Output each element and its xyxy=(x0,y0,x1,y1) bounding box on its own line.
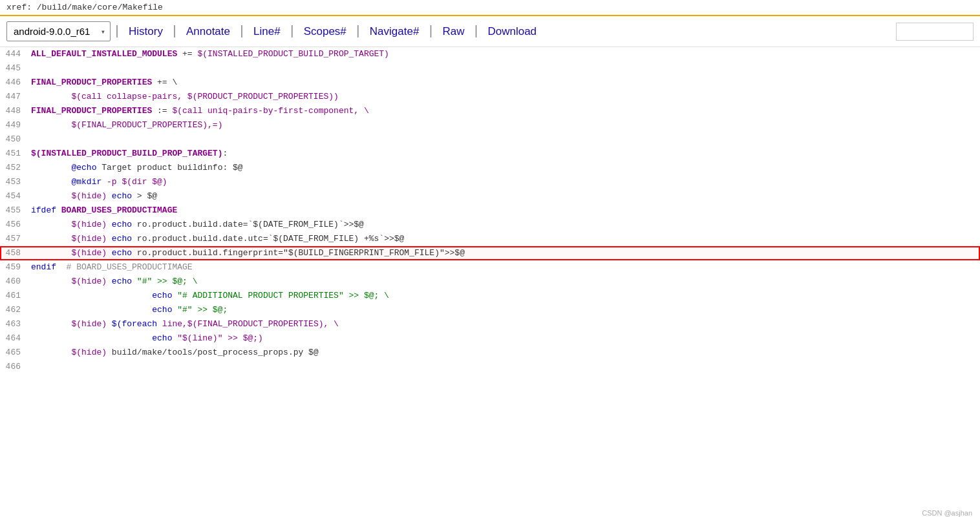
line-number: 445 xyxy=(0,61,31,76)
line-content: $(hide) echo ro.product.build.date=`$(DA… xyxy=(31,218,980,232)
line-number: 451 xyxy=(0,147,31,161)
line-number: 447 xyxy=(0,90,31,104)
history-link[interactable]: History xyxy=(123,23,168,41)
line-number: 466 xyxy=(0,360,31,374)
line-content: $(hide) build/make/tools/post_process_pr… xyxy=(31,346,980,360)
line-number: 462 xyxy=(0,303,31,317)
table-row: 449 $(FINAL_PRODUCT_PROPERTIES),=) xyxy=(0,118,980,132)
line-content: @mkdir -p $(dir $@) xyxy=(31,175,980,189)
scopes-link[interactable]: Scopes# xyxy=(299,23,352,41)
line-content: ALL_DEFAULT_INSTALLED_MODULES += $(INSTA… xyxy=(31,47,980,61)
search-input[interactable] xyxy=(896,23,974,41)
table-row: 457 $(hide) echo ro.product.build.date.u… xyxy=(0,232,980,246)
table-row: 447 $(call collapse-pairs, $(PRODUCT_PRO… xyxy=(0,90,980,104)
table-row: 445 xyxy=(0,61,980,76)
separator-1: | xyxy=(113,24,121,39)
version-select-wrapper[interactable]: android-9.0.0_r61 ▾ xyxy=(6,21,111,41)
breadcrumb-bar: xref: /build/make/core/Makefile xyxy=(0,0,980,16)
table-row: 464 echo "$(line)" >> $@;) xyxy=(0,331,980,346)
separator-4: | xyxy=(288,24,296,39)
line-content: echo "#" >> $@; xyxy=(31,303,980,317)
line-number: 453 xyxy=(0,175,31,189)
table-row: 444ALL_DEFAULT_INSTALLED_MODULES += $(IN… xyxy=(0,47,980,61)
separator-6: | xyxy=(427,24,434,39)
line-number: 444 xyxy=(0,47,31,61)
line-content: endif # BOARD_USES_PRODUCTIMAGE xyxy=(31,260,980,275)
line-content: $(hide) $(foreach line,$(FINAL_PRODUCT_P… xyxy=(31,317,980,331)
line-number: 460 xyxy=(0,275,31,289)
line-content: ifdef BOARD_USES_PRODUCTIMAGE xyxy=(31,204,980,218)
line-content: $(INSTALLED_PRODUCT_BUILD_PROP_TARGET): xyxy=(31,147,980,161)
line-content: $(FINAL_PRODUCT_PROPERTIES),=) xyxy=(31,118,980,132)
table-row: 454 $(hide) echo > $@ xyxy=(0,189,980,204)
line-number: 446 xyxy=(0,76,31,90)
line-number: 455 xyxy=(0,204,31,218)
line-content xyxy=(31,61,980,76)
line-number: 456 xyxy=(0,218,31,232)
annotate-link[interactable]: Annotate xyxy=(181,23,235,41)
table-row: 465 $(hide) build/make/tools/post_proces… xyxy=(0,346,980,360)
raw-link[interactable]: Raw xyxy=(437,23,469,41)
table-row: 452 @echo Target product buildinfo: $@ xyxy=(0,161,980,175)
line-content xyxy=(31,132,980,147)
navigate-link[interactable]: Navigate# xyxy=(365,23,425,41)
separator-2: | xyxy=(171,24,178,39)
table-row: 448FINAL_PRODUCT_PROPERTIES := $(call un… xyxy=(0,104,980,118)
line-content: $(hide) echo ro.product.build.fingerprin… xyxy=(31,246,980,260)
table-row: 460 $(hide) echo "#" >> $@; \ xyxy=(0,275,980,289)
line-content: $(hide) echo "#" >> $@; \ xyxy=(31,275,980,289)
line-content: FINAL_PRODUCT_PROPERTIES += \ xyxy=(31,76,980,90)
download-link[interactable]: Download xyxy=(482,23,542,41)
table-row: 461 echo "# ADDITIONAL PRODUCT PROPERTIE… xyxy=(0,289,980,303)
line-number: 448 xyxy=(0,104,31,118)
table-row: 453 @mkdir -p $(dir $@) xyxy=(0,175,980,189)
line-number: 463 xyxy=(0,317,31,331)
table-row: 446FINAL_PRODUCT_PROPERTIES += \ xyxy=(0,76,980,90)
line-number: 450 xyxy=(0,132,31,147)
table-row: 455ifdef BOARD_USES_PRODUCTIMAGE xyxy=(0,204,980,218)
line-number: 452 xyxy=(0,161,31,175)
code-area: 444ALL_DEFAULT_INSTALLED_MODULES += $(IN… xyxy=(0,47,980,374)
line-hash-link[interactable]: Line# xyxy=(248,23,286,41)
line-number: 465 xyxy=(0,346,31,360)
line-number: 464 xyxy=(0,331,31,346)
table-row: 458 $(hide) echo ro.product.build.finger… xyxy=(0,246,980,260)
separator-5: | xyxy=(354,24,362,39)
line-number: 457 xyxy=(0,232,31,246)
line-content: $(hide) echo > $@ xyxy=(31,189,980,204)
version-select[interactable]: android-9.0.0_r61 xyxy=(6,21,111,41)
table-row: 466 xyxy=(0,360,980,374)
line-content: FINAL_PRODUCT_PROPERTIES := $(call uniq-… xyxy=(31,104,980,118)
separator-7: | xyxy=(472,24,480,39)
line-content: $(hide) echo ro.product.build.date.utc=`… xyxy=(31,232,980,246)
breadcrumb-path: xref: /build/make/core/Makefile xyxy=(6,3,163,12)
line-content: $(call collapse-pairs, $(PRODUCT_PRODUCT… xyxy=(31,90,980,104)
line-content xyxy=(31,360,980,374)
table-row: 450 xyxy=(0,132,980,147)
line-content: echo "$(line)" >> $@;) xyxy=(31,331,980,346)
separator-3: | xyxy=(238,24,246,39)
table-row: 462 echo "#" >> $@; xyxy=(0,303,980,317)
table-row: 451$(INSTALLED_PRODUCT_BUILD_PROP_TARGET… xyxy=(0,147,980,161)
line-number: 459 xyxy=(0,260,31,275)
line-number: 461 xyxy=(0,289,31,303)
toolbar: android-9.0.0_r61 ▾ | History | Annotate… xyxy=(0,16,980,47)
line-content: echo "# ADDITIONAL PRODUCT PROPERTIES" >… xyxy=(31,289,980,303)
table-row: 459endif # BOARD_USES_PRODUCTIMAGE xyxy=(0,260,980,275)
table-row: 463 $(hide) $(foreach line,$(FINAL_PRODU… xyxy=(0,317,980,331)
line-number: 454 xyxy=(0,189,31,204)
line-content: @echo Target product buildinfo: $@ xyxy=(31,161,980,175)
table-row: 456 $(hide) echo ro.product.build.date=`… xyxy=(0,218,980,232)
watermark: CSDN @asjhan xyxy=(922,509,972,517)
line-number: 458 xyxy=(0,246,31,260)
line-number: 449 xyxy=(0,118,31,132)
